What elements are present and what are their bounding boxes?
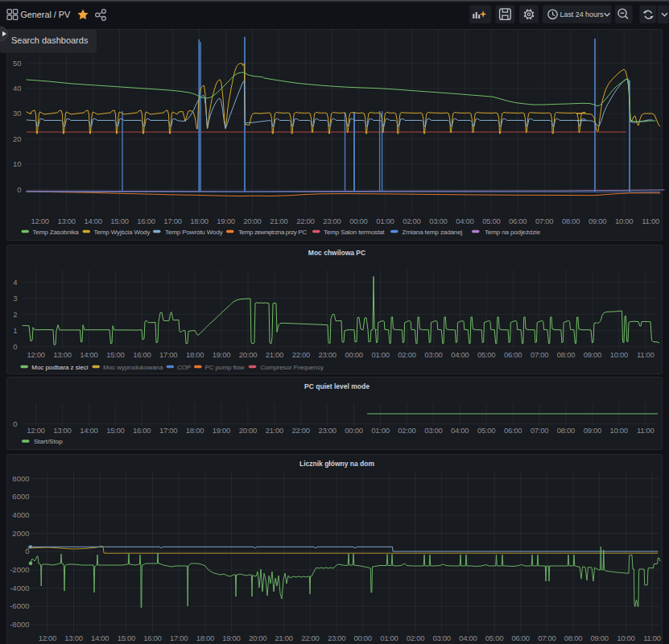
svg-text:0: 0 bbox=[17, 185, 21, 194]
svg-text:23:00: 23:00 bbox=[319, 350, 337, 359]
svg-text:13:00: 13:00 bbox=[64, 634, 82, 642]
svg-text:06:00: 06:00 bbox=[504, 350, 522, 359]
svg-text:22:00: 22:00 bbox=[301, 634, 319, 642]
svg-text:09:00: 09:00 bbox=[584, 426, 601, 435]
svg-text:22:00: 22:00 bbox=[292, 350, 310, 359]
svg-text:16:00: 16:00 bbox=[133, 426, 151, 435]
svg-text:13:00: 13:00 bbox=[53, 350, 71, 359]
svg-text:11:00: 11:00 bbox=[637, 350, 655, 359]
svg-text:06:00: 06:00 bbox=[504, 426, 522, 435]
svg-text:21:00: 21:00 bbox=[275, 634, 293, 642]
svg-text:02:00: 02:00 bbox=[398, 426, 415, 435]
svg-text:-8000: -8000 bbox=[10, 620, 29, 629]
svg-text:11:00: 11:00 bbox=[642, 217, 659, 225]
svg-text:Search dashboards: Search dashboards bbox=[11, 35, 89, 45]
svg-text:07:00: 07:00 bbox=[531, 426, 548, 435]
svg-text:06:00: 06:00 bbox=[512, 634, 530, 642]
svg-text:03:00: 03:00 bbox=[429, 217, 447, 225]
svg-text:Moc podbara z sieci: Moc podbara z sieci bbox=[31, 364, 88, 371]
svg-text:Moc chwilowa PC: Moc chwilowa PC bbox=[308, 249, 365, 257]
svg-text:00:00: 00:00 bbox=[345, 426, 362, 435]
svg-text:04:00: 04:00 bbox=[451, 350, 469, 359]
svg-text:21:00: 21:00 bbox=[266, 426, 283, 435]
svg-text:09:00: 09:00 bbox=[584, 350, 601, 359]
svg-text:-6000: -6000 bbox=[10, 601, 29, 610]
svg-text:50: 50 bbox=[13, 59, 22, 68]
svg-text:0: 0 bbox=[13, 419, 17, 428]
svg-text:17:00: 17:00 bbox=[170, 634, 188, 642]
svg-text:00:00: 00:00 bbox=[349, 217, 367, 225]
svg-text:03:00: 03:00 bbox=[433, 634, 451, 642]
svg-text:19:00: 19:00 bbox=[217, 217, 234, 225]
svg-text:01:00: 01:00 bbox=[371, 350, 389, 359]
svg-text:05:00: 05:00 bbox=[477, 350, 495, 359]
svg-text:0: 0 bbox=[13, 342, 17, 351]
svg-text:15:00: 15:00 bbox=[106, 426, 124, 435]
svg-text:Start/Stop: Start/Stop bbox=[34, 438, 63, 445]
svg-text:10:00: 10:00 bbox=[610, 350, 628, 359]
svg-text:08:00: 08:00 bbox=[557, 426, 575, 435]
svg-text:20:00: 20:00 bbox=[239, 350, 257, 359]
svg-text:19:00: 19:00 bbox=[222, 634, 240, 642]
svg-text:23:00: 23:00 bbox=[328, 634, 345, 642]
svg-text:05:00: 05:00 bbox=[482, 217, 500, 225]
svg-text:14:00: 14:00 bbox=[80, 426, 97, 435]
svg-text:01:00: 01:00 bbox=[380, 634, 398, 642]
svg-text:19:00: 19:00 bbox=[213, 350, 230, 359]
svg-text:Temp Salon termostat: Temp Salon termostat bbox=[324, 229, 385, 236]
svg-text:09:00: 09:00 bbox=[588, 217, 606, 225]
svg-text:03:00: 03:00 bbox=[424, 350, 442, 359]
svg-text:General / PV: General / PV bbox=[20, 10, 71, 19]
svg-text:2000: 2000 bbox=[12, 529, 29, 538]
svg-text:15:00: 15:00 bbox=[110, 217, 128, 225]
svg-text:21:00: 21:00 bbox=[270, 217, 287, 225]
svg-text:-4000: -4000 bbox=[10, 584, 29, 592]
svg-text:19:00: 19:00 bbox=[213, 426, 230, 435]
svg-text:04:00: 04:00 bbox=[451, 426, 469, 435]
svg-text:04:00: 04:00 bbox=[459, 634, 477, 642]
svg-text:01:00: 01:00 bbox=[371, 426, 389, 435]
svg-text:6000: 6000 bbox=[12, 492, 29, 501]
svg-text:Temp na podjeździe: Temp na podjeździe bbox=[485, 229, 541, 236]
svg-text:22:00: 22:00 bbox=[292, 426, 310, 435]
svg-text:Last 24 hours: Last 24 hours bbox=[560, 10, 604, 19]
svg-text:Temp zewnętrzna przy PC: Temp zewnętrzna przy PC bbox=[238, 229, 307, 236]
svg-text:13:00: 13:00 bbox=[53, 426, 71, 435]
svg-text:05:00: 05:00 bbox=[485, 634, 503, 642]
svg-text:Temp Powrótu Wody: Temp Powrótu Wody bbox=[165, 229, 223, 236]
svg-text:13:00: 13:00 bbox=[57, 217, 75, 225]
svg-text:22:00: 22:00 bbox=[296, 217, 314, 225]
svg-text:20:00: 20:00 bbox=[239, 426, 257, 435]
svg-text:16:00: 16:00 bbox=[137, 217, 155, 225]
svg-text:09:00: 09:00 bbox=[591, 634, 609, 642]
svg-text:20: 20 bbox=[13, 134, 22, 143]
svg-text:Moc wyprodukowana: Moc wyprodukowana bbox=[103, 364, 163, 371]
svg-text:4000: 4000 bbox=[12, 510, 29, 519]
svg-text:12:00: 12:00 bbox=[39, 634, 56, 642]
svg-text:12:00: 12:00 bbox=[31, 217, 48, 225]
svg-text:40: 40 bbox=[13, 84, 22, 93]
svg-text:15:00: 15:00 bbox=[106, 350, 124, 359]
svg-text:2: 2 bbox=[13, 310, 17, 319]
svg-text:02:00: 02:00 bbox=[407, 634, 424, 642]
svg-text:Temp Wyjścia Wody: Temp Wyjścia Wody bbox=[94, 229, 151, 236]
svg-text:Licznik główny na dom: Licznik główny na dom bbox=[299, 460, 374, 468]
svg-text:Zmiana temp zadanej: Zmiana temp zadanej bbox=[403, 229, 463, 236]
svg-text:10: 10 bbox=[13, 159, 22, 168]
svg-text:20:00: 20:00 bbox=[243, 217, 261, 225]
svg-text:3: 3 bbox=[13, 294, 17, 303]
svg-text:18:00: 18:00 bbox=[186, 426, 204, 435]
svg-text:06:00: 06:00 bbox=[509, 217, 527, 225]
svg-text:18:00: 18:00 bbox=[196, 634, 214, 642]
svg-text:07:00: 07:00 bbox=[531, 350, 548, 359]
svg-text:21:00: 21:00 bbox=[266, 350, 283, 359]
svg-text:10:00: 10:00 bbox=[610, 426, 628, 435]
svg-text:00:00: 00:00 bbox=[354, 634, 372, 642]
svg-text:14:00: 14:00 bbox=[84, 217, 101, 225]
svg-text:17:00: 17:00 bbox=[163, 217, 181, 225]
svg-text:16:00: 16:00 bbox=[133, 350, 151, 359]
svg-text:14:00: 14:00 bbox=[80, 350, 97, 359]
svg-text:07:00: 07:00 bbox=[535, 217, 553, 225]
svg-text:11:00: 11:00 bbox=[643, 634, 661, 642]
svg-text:07:00: 07:00 bbox=[538, 634, 555, 642]
